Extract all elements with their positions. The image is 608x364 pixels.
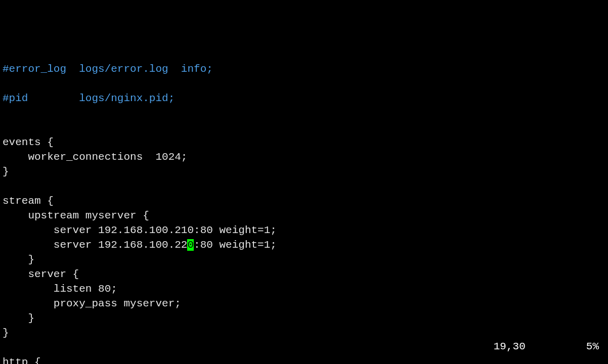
code-line-part: server 192.168.100.22 (3, 239, 187, 251)
code-line: listen 80; (3, 283, 117, 295)
cursor-position: 19,30 (494, 339, 526, 354)
code-line: } (3, 254, 34, 265)
code-line: } (3, 312, 34, 324)
code-line-comment: #pid logs/nginx.pid; (3, 93, 175, 104)
scroll-percent: 5% (586, 339, 599, 354)
code-line-part: :80 weight=1; (194, 239, 277, 251)
code-line: upstream myserver { (3, 210, 149, 221)
code-line: http { (3, 356, 41, 364)
editor-buffer[interactable]: #error_log logs/error.log info; #pid log… (0, 59, 608, 364)
code-line: server 192.168.100.210:80 weight=1; (3, 224, 277, 236)
code-line: } (3, 327, 9, 339)
code-line: events { (3, 136, 54, 148)
code-line: proxy_pass myserver; (3, 298, 181, 309)
vim-status-bar: 19,30 5% (0, 339, 608, 354)
code-line: server { (3, 268, 79, 280)
code-line-comment: #error_log logs/error.log info; (3, 63, 213, 75)
code-line: stream { (3, 195, 54, 207)
code-line: } (3, 166, 9, 177)
cursor: 0 (187, 239, 194, 251)
code-line: worker_connections 1024; (3, 151, 187, 163)
